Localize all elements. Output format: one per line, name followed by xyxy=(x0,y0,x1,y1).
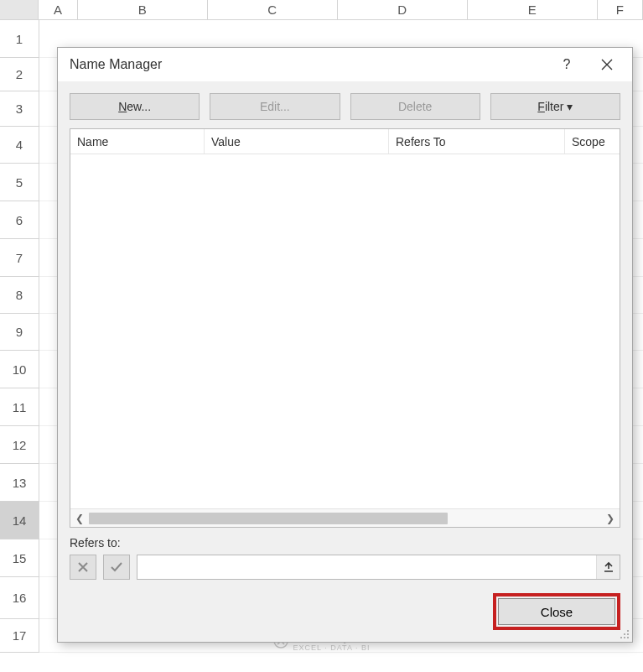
collapse-icon xyxy=(603,561,614,573)
row-header-6[interactable]: 6 xyxy=(0,201,39,239)
new-button[interactable]: New... xyxy=(70,93,200,120)
list-header-name[interactable]: Name xyxy=(70,129,205,154)
col-header-F[interactable]: F xyxy=(598,0,643,19)
dialog-toolbar: New... Edit... Delete Filter▾ xyxy=(58,81,632,128)
check-icon xyxy=(110,560,123,574)
name-manager-dialog: Name Manager ? New... Edit... Delete Fil… xyxy=(57,47,633,643)
scroll-right-icon[interactable]: ❯ xyxy=(601,509,620,528)
row-header-1[interactable]: 1 xyxy=(0,20,39,58)
row-header-5[interactable]: 5 xyxy=(0,164,39,201)
col-header-E[interactable]: E xyxy=(468,0,598,19)
row-header-17[interactable]: 17 xyxy=(0,619,39,653)
close-button[interactable]: Close xyxy=(498,598,615,625)
name-list: Name Value Refers To Scope ❮ ❯ xyxy=(70,128,620,528)
list-header-refers-to[interactable]: Refers To xyxy=(389,129,565,154)
refers-to-input-wrap xyxy=(137,555,620,580)
refers-to-label: Refers to: xyxy=(70,536,620,550)
dialog-titlebar[interactable]: Name Manager ? xyxy=(58,48,632,81)
scroll-track[interactable] xyxy=(89,511,601,526)
svg-point-5 xyxy=(624,637,625,638)
close-icon[interactable] xyxy=(587,49,627,81)
svg-point-4 xyxy=(620,637,622,638)
row-header-16[interactable]: 16 xyxy=(0,577,39,619)
row-header-4[interactable]: 4 xyxy=(0,127,39,164)
list-header-value[interactable]: Value xyxy=(205,129,389,154)
svg-point-6 xyxy=(627,637,629,638)
delete-button[interactable]: Delete xyxy=(350,93,480,120)
collapse-dialog-button[interactable] xyxy=(596,555,620,579)
close-button-highlight: Close xyxy=(493,593,620,630)
row-header-13[interactable]: 13 xyxy=(0,464,39,502)
col-header-A[interactable]: A xyxy=(39,0,77,19)
dialog-title: Name Manager xyxy=(70,57,547,72)
row-header-15[interactable]: 15 xyxy=(0,539,39,577)
accept-ref-button[interactable] xyxy=(103,555,130,580)
watermark-tagline: EXCEL · DATA · BI xyxy=(293,643,371,652)
col-header-D[interactable]: D xyxy=(338,0,468,19)
column-headers: A B C D E F xyxy=(0,0,643,20)
list-header-row: Name Value Refers To Scope xyxy=(70,129,620,154)
svg-point-1 xyxy=(627,630,629,632)
row-header-10[interactable]: 10 xyxy=(0,351,39,388)
list-header-scope[interactable]: Scope xyxy=(565,129,620,154)
svg-point-2 xyxy=(624,633,625,635)
resize-grip-icon[interactable] xyxy=(619,628,630,640)
row-header-14[interactable]: 14 xyxy=(0,502,39,539)
edit-button[interactable]: Edit... xyxy=(210,93,340,120)
row-header-7[interactable]: 7 xyxy=(0,239,39,277)
refers-to-input[interactable] xyxy=(137,555,596,579)
col-header-B[interactable]: B xyxy=(78,0,208,19)
help-button[interactable]: ? xyxy=(547,49,587,81)
row-header-12[interactable]: 12 xyxy=(0,426,39,464)
cancel-ref-button[interactable] xyxy=(70,555,96,580)
row-header-8[interactable]: 8 xyxy=(0,277,39,314)
row-header-3[interactable]: 3 xyxy=(0,91,39,127)
list-body-empty[interactable] xyxy=(70,154,620,508)
svg-point-3 xyxy=(627,633,629,635)
chevron-down-icon: ▾ xyxy=(567,100,573,113)
horizontal-scrollbar[interactable]: ❮ ❯ xyxy=(70,508,620,527)
select-all-corner[interactable] xyxy=(0,0,39,19)
scroll-thumb[interactable] xyxy=(89,513,448,524)
scroll-left-icon[interactable]: ❮ xyxy=(70,509,89,528)
x-icon xyxy=(76,560,90,574)
filter-button[interactable]: Filter▾ xyxy=(490,93,620,120)
refers-to-section: Refers to: xyxy=(70,536,620,580)
col-header-C[interactable]: C xyxy=(208,0,338,19)
row-header-11[interactable]: 11 xyxy=(0,388,39,426)
dialog-footer: Close xyxy=(58,580,632,642)
row-header-2[interactable]: 2 xyxy=(0,58,39,91)
row-header-9[interactable]: 9 xyxy=(0,314,39,351)
